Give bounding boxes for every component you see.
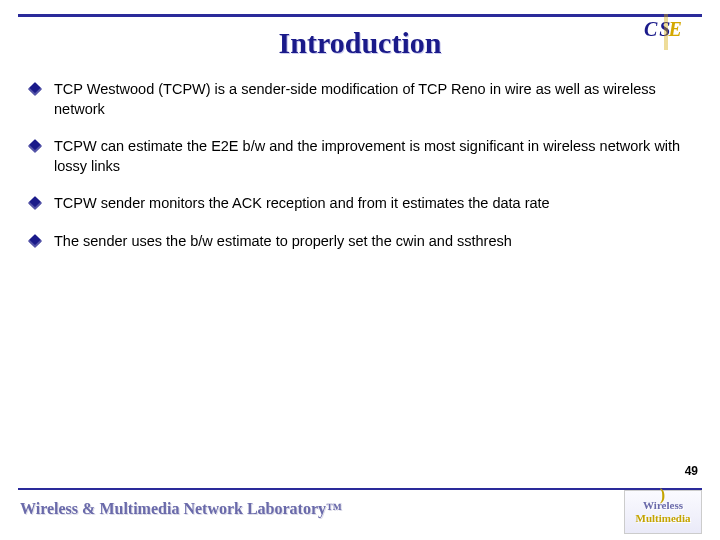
bullet-icon <box>28 196 42 210</box>
bottom-divider <box>18 488 702 490</box>
list-item: TCP Westwood (TCPW) is a sender-side mod… <box>30 80 696 119</box>
list-item: The sender uses the b/w estimate to prop… <box>30 232 696 252</box>
bullet-icon <box>28 234 42 248</box>
bullet-text: TCPW sender monitors the ACK reception a… <box>54 194 550 214</box>
list-item: TCPW sender monitors the ACK reception a… <box>30 194 696 214</box>
list-item: TCPW can estimate the E2E b/w and the im… <box>30 137 696 176</box>
content-area: TCP Westwood (TCPW) is a sender-side mod… <box>30 80 696 269</box>
wireless-multimedia-logo: ) Wireless Multimedia <box>624 490 702 534</box>
slide-title: Introduction <box>0 26 720 60</box>
footer-lab-name: Wireless & Multimedia Network Laboratory… <box>20 500 342 518</box>
bullet-text: The sender uses the b/w estimate to prop… <box>54 232 512 252</box>
bullet-icon <box>28 139 42 153</box>
bullet-text: TCP Westwood (TCPW) is a sender-side mod… <box>54 80 696 119</box>
antenna-icon: ) <box>660 487 665 503</box>
slide: CSE Introduction TCP Westwood (TCPW) is … <box>0 0 720 540</box>
bullet-icon <box>28 82 42 96</box>
footer-logo-line2: Multimedia <box>636 513 691 524</box>
page-number: 49 <box>685 464 698 478</box>
top-divider <box>18 14 702 17</box>
bullet-text: TCPW can estimate the E2E b/w and the im… <box>54 137 696 176</box>
